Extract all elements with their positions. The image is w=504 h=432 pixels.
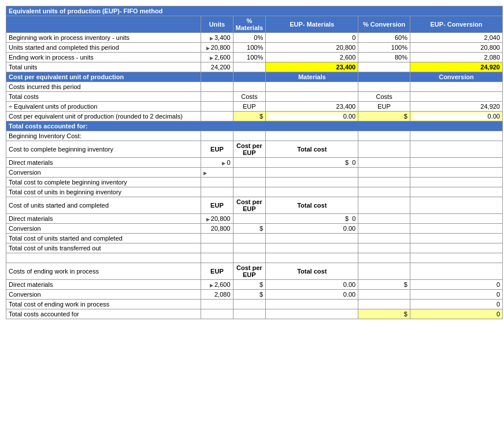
total-costs-accounted-for-col2: [201, 309, 233, 319]
table-title: Equivalent units of production (EUP)- FI…: [6, 6, 503, 16]
costs-ending-col5: [358, 263, 410, 280]
costs-incurred-label: Costs incurred this period: [6, 82, 201, 92]
costs-incurred-col3: [233, 82, 266, 92]
col-header-1: [6, 16, 201, 33]
ending-wip-units[interactable]: 2,600: [201, 53, 233, 62]
conversion-complete-col6: [410, 168, 502, 178]
cost-per-eup-conv-val[interactable]: [410, 112, 502, 121]
total-costs-accounted-for-total: 0: [410, 309, 502, 319]
beg-inv-col3: [233, 131, 266, 141]
total-costs-accounted-for-col3: [233, 309, 266, 319]
cost-per-eup-pct-mat: [233, 72, 266, 82]
costs-incurred-col2: [201, 82, 233, 92]
total-units-eup-conv: 24,920: [410, 62, 502, 72]
dm-ending-eup[interactable]: 2,600: [201, 280, 233, 290]
col-header-units: Units: [201, 16, 233, 33]
eup-row-eup-mat: 23,400: [266, 102, 358, 112]
conversion-complete-total: [266, 168, 358, 178]
total-cost-complete-col6: [410, 178, 502, 187]
total-cost-units-col6: [410, 187, 502, 197]
ending-wip-label: Ending work in process - units: [6, 53, 201, 62]
total-costs-accounted-for-col4: [266, 309, 358, 319]
dm-started-eup[interactable]: 20,800: [201, 214, 233, 224]
dm-ending-total-dollar: $: [358, 280, 410, 290]
total-cost-units-col2: [201, 187, 233, 197]
started-eup-mat: 20,800: [266, 43, 358, 53]
started-pct-conv: 100%: [358, 43, 410, 53]
total-cost-units-col5: [358, 187, 410, 197]
total-units-pct-conv: [358, 62, 410, 72]
beg-inv-cost-label: Beginning Inventory Cost:: [6, 131, 201, 141]
costs-ending-cpu-col: Cost per EUP: [233, 263, 266, 280]
eup-row-label: ÷ Equivalent units of production: [6, 102, 201, 112]
dm-complete-col6: [410, 158, 502, 168]
started-units[interactable]: 20,800: [201, 43, 233, 53]
beg-inv-col6: [410, 131, 502, 141]
beg-wip-units[interactable]: 3,400: [201, 33, 233, 43]
dm-ending-label: Direct materials: [6, 280, 201, 290]
conversion-started-label: Conversion: [6, 224, 201, 234]
conversion-complete-label: Conversion: [6, 168, 201, 178]
conversion-ending-val: 0.00: [266, 290, 358, 300]
cost-started-col6: [410, 197, 502, 214]
cost-per-eup-conv-dollar: $: [358, 112, 410, 121]
total-units-label: Total units: [6, 62, 201, 72]
dm-ending-total: 0: [410, 280, 502, 290]
cost-per-eup-units: [201, 72, 233, 82]
ending-wip-pct-mat: 100%: [233, 53, 266, 62]
total-costs-col2: [201, 92, 233, 102]
conversion-complete-col5: [358, 168, 410, 178]
ending-wip-eup-mat: 2,600: [266, 53, 358, 62]
eup-row-eup-conv: 24,920: [410, 102, 502, 112]
cost-started-eup-col: EUP: [201, 197, 233, 214]
ending-wip-pct-conv: 80%: [358, 53, 410, 62]
costs-ending-col6: [410, 263, 502, 280]
col-header-pct-conv: % Conversion: [358, 16, 410, 33]
total-cost-started-col3: [233, 234, 266, 243]
conversion-ending-total: 0: [410, 290, 502, 300]
eup-row-mat-label: EUP: [233, 102, 266, 112]
started-completed-label: Units started and completed this period: [6, 43, 201, 53]
cost-per-eup-mat-val[interactable]: [266, 112, 358, 121]
beg-wip-label: Beginning work in process inventory - un…: [6, 33, 201, 43]
total-cost-complete-beg-label: Total cost to complete beginning invento…: [6, 178, 201, 187]
cost-per-eup-conversion: Conversion: [410, 72, 502, 82]
total-transferred-col5: [358, 243, 410, 253]
total-costs-accounted-for-label: Total costs accounted for: [6, 309, 201, 319]
started-pct-mat: 100%: [233, 43, 266, 53]
total-cost-started-col6: [410, 234, 502, 243]
conversion-complete-eup[interactable]: [201, 168, 233, 178]
total-costs-mat-label: Costs: [233, 92, 266, 102]
beg-wip-eup-conv: 2,040: [410, 33, 502, 43]
cost-started-label: Cost of units started and completed: [6, 197, 201, 214]
dm-complete-eup[interactable]: 0: [201, 158, 233, 168]
main-table: Equivalent units of production (EUP)- FI…: [6, 6, 503, 319]
total-cost-complete-col4: [266, 178, 358, 187]
cost-per-eup-pct-conv: [358, 72, 410, 82]
cost-complete-cpu-col: Cost per EUP: [233, 141, 266, 158]
total-cost-ending-col4: [266, 300, 358, 309]
total-transferred-col2: [201, 243, 233, 253]
total-costs-accounted-for-dollar: $: [358, 309, 410, 319]
dm-complete-col5: [358, 158, 410, 168]
cost-per-eup-mat-dollar: $: [233, 112, 266, 121]
total-cost-units-col4: [266, 187, 358, 197]
total-cost-complete-col3: [233, 178, 266, 187]
total-cost-ending-label: Total cost of ending work in process: [6, 300, 201, 309]
conversion-ending-eup[interactable]: 2,080: [201, 290, 233, 300]
cost-per-eup-row-label: Cost per equivalent unit of production (…: [6, 112, 201, 121]
total-costs-accounted-label: Total costs accounted for:: [6, 121, 503, 131]
beg-wip-pct-mat: 0%: [233, 33, 266, 43]
col-header-pct-mat: % Materials: [233, 16, 266, 33]
dm-started-label: Direct materials: [6, 214, 201, 224]
dm-started-col5: [358, 214, 410, 224]
total-costs-col6: [410, 92, 502, 102]
cost-per-eup-row-col2: [201, 112, 233, 121]
total-transferred-col4: [266, 243, 358, 253]
costs-incurred-col6: [410, 82, 502, 92]
total-cost-ending-col2: [201, 300, 233, 309]
conversion-ending-label: Conversion: [6, 290, 201, 300]
cost-complete-total-col: Total cost: [266, 141, 358, 158]
conversion-started-eup[interactable]: 20,800: [201, 224, 233, 234]
conversion-started-val: 0.00: [266, 224, 358, 234]
